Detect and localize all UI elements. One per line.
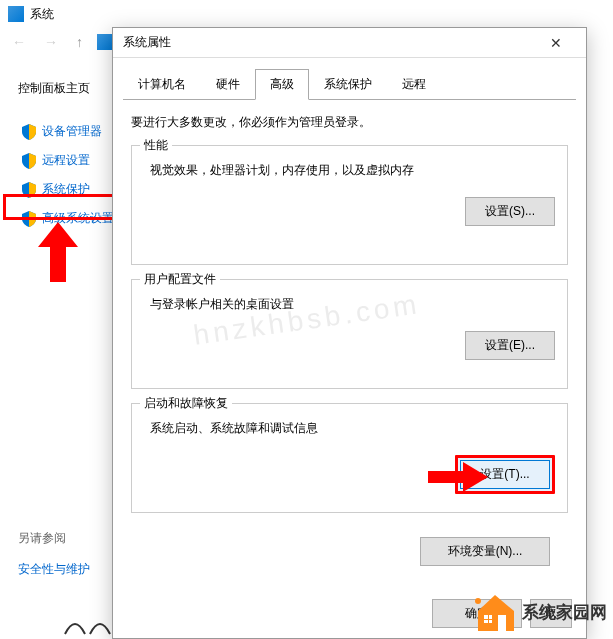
tab-bar: 计算机名 硬件 高级 系统保护 远程 — [123, 68, 576, 100]
group-user-profiles-title: 用户配置文件 — [140, 271, 220, 288]
svg-rect-5 — [498, 615, 506, 631]
group-startup-recovery-desc: 系统启动、系统故障和调试信息 — [150, 420, 555, 437]
group-startup-recovery: 启动和故障恢复 系统启动、系统故障和调试信息 设置(T)... — [131, 403, 568, 513]
dialog-titlebar: 系统属性 ✕ — [113, 28, 586, 58]
intro-text: 要进行大多数更改，你必须作为管理员登录。 — [131, 114, 568, 131]
group-performance-title: 性能 — [140, 137, 172, 154]
site-logo-text: 系统家园网 — [522, 601, 607, 624]
group-startup-recovery-title: 启动和故障恢复 — [140, 395, 232, 412]
performance-settings-button[interactable]: 设置(S)... — [465, 197, 555, 226]
bg-titlebar: 系统 — [0, 0, 613, 28]
tab-hardware[interactable]: 硬件 — [201, 69, 255, 100]
system-icon — [8, 6, 24, 22]
group-user-profiles: 用户配置文件 与登录帐户相关的桌面设置 设置(E)... — [131, 279, 568, 389]
tab-content-advanced: 要进行大多数更改，你必须作为管理员登录。 性能 视觉效果，处理器计划，内存使用，… — [113, 100, 586, 580]
nav-up-icon[interactable]: ↑ — [72, 30, 87, 54]
svg-rect-4 — [484, 619, 492, 620]
tab-advanced[interactable]: 高级 — [255, 69, 309, 100]
svg-marker-1 — [428, 462, 488, 492]
nav-back-icon[interactable]: ← — [8, 30, 30, 54]
bg-window-title: 系统 — [30, 6, 54, 23]
annotation-arrow-right-icon — [428, 462, 488, 495]
annotation-arrow-up-icon — [38, 222, 78, 285]
tab-remote[interactable]: 远程 — [387, 69, 441, 100]
svg-marker-0 — [38, 222, 78, 282]
see-also-title: 另请参阅 — [18, 530, 90, 547]
site-logo-badge: 系统家园网 — [474, 591, 607, 633]
svg-point-6 — [475, 598, 481, 604]
shield-icon — [22, 153, 36, 169]
see-also-section: 另请参阅 安全性与维护 — [18, 530, 90, 578]
close-button[interactable]: ✕ — [536, 35, 576, 51]
group-performance: 性能 视觉效果，处理器计划，内存使用，以及虚拟内存 设置(S)... — [131, 145, 568, 265]
sidebar-item-label: 设备管理器 — [42, 123, 102, 140]
system-properties-dialog: 系统属性 ✕ 计算机名 硬件 高级 系统保护 远程 要进行大多数更改，你必须作为… — [112, 27, 587, 639]
shield-icon — [22, 124, 36, 140]
user-profiles-settings-button[interactable]: 设置(E)... — [465, 331, 555, 360]
see-also-link-security[interactable]: 安全性与维护 — [18, 561, 90, 578]
group-user-profiles-desc: 与登录帐户相关的桌面设置 — [150, 296, 555, 313]
environment-variables-button[interactable]: 环境变量(N)... — [420, 537, 550, 566]
tab-computer-name[interactable]: 计算机名 — [123, 69, 201, 100]
dialog-title: 系统属性 — [123, 34, 536, 51]
address-icon — [97, 34, 113, 50]
sidebar-item-label: 远程设置 — [42, 152, 90, 169]
tab-system-protection[interactable]: 系统保护 — [309, 69, 387, 100]
nav-forward-icon[interactable]: → — [40, 30, 62, 54]
group-performance-desc: 视觉效果，处理器计划，内存使用，以及虚拟内存 — [150, 162, 555, 179]
decorative-swirl — [60, 609, 120, 639]
house-icon — [474, 591, 516, 633]
